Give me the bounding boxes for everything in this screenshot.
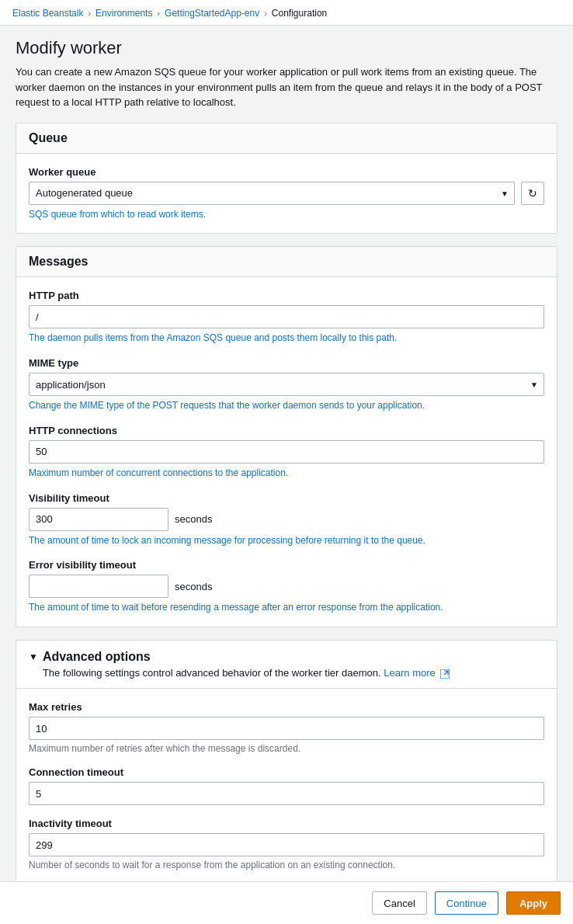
error-visibility-timeout-group: Error visibility timeout seconds The amo… (29, 559, 544, 614)
error-visibility-timeout-label: Error visibility timeout (29, 559, 544, 571)
intro-text: You can create a new Amazon SQS queue fo… (16, 64, 557, 110)
visibility-timeout-group: Visibility timeout seconds The amount of… (29, 492, 544, 547)
inactivity-timeout-input[interactable] (29, 833, 544, 856)
inactivity-timeout-group: Inactivity timeout Number of seconds to … (29, 818, 544, 870)
advanced-section-description: The following settings control advanced … (43, 667, 544, 679)
mime-type-select-wrapper: application/json application/x-www-form-… (29, 373, 544, 396)
queue-section-title: Queue (29, 131, 544, 145)
advanced-toggle-icon[interactable]: ▼ (29, 651, 38, 662)
worker-queue-select[interactable]: Autogenerated queue (29, 182, 515, 205)
apply-button[interactable]: Apply (506, 891, 561, 915)
continue-button[interactable]: Continue (435, 891, 498, 915)
breadcrumb-sep-3: › (264, 9, 267, 18)
max-retries-label: Max retries (29, 701, 544, 713)
breadcrumb-sep-1: › (88, 9, 91, 18)
mime-type-help: Change the MIME type of the POST request… (29, 399, 544, 412)
worker-queue-help: SQS queue from which to read work items. (29, 208, 544, 221)
max-retries-help: Maximum number of retries after which th… (29, 743, 544, 754)
error-visibility-timeout-suffix: seconds (175, 581, 212, 592)
messages-section: Messages HTTP path The daemon pulls item… (16, 246, 557, 627)
max-retries-input[interactable] (29, 717, 544, 740)
breadcrumb-environments[interactable]: Environments (96, 8, 152, 19)
http-path-label: HTTP path (29, 290, 544, 301)
error-visibility-timeout-row: seconds (29, 575, 544, 598)
http-path-help: The daemon pulls items from the Amazon S… (29, 332, 544, 345)
error-visibility-timeout-input[interactable] (29, 575, 168, 598)
refresh-button[interactable]: ↻ (521, 182, 544, 205)
mime-type-group: MIME type application/json application/x… (29, 357, 544, 412)
http-connections-input[interactable] (29, 440, 544, 464)
http-path-input[interactable] (29, 305, 544, 328)
breadcrumb-app-env[interactable]: GettingStartedApp-env (165, 8, 259, 19)
worker-queue-label: Worker queue (29, 166, 544, 178)
advanced-section-title: Advanced options (43, 650, 544, 664)
cancel-button[interactable]: Cancel (372, 891, 426, 915)
breadcrumb: Elastic Beanstalk › Environments › Getti… (0, 0, 573, 26)
external-link-icon (440, 669, 450, 679)
learn-more-link[interactable]: Learn more (384, 667, 435, 679)
messages-section-title: Messages (29, 255, 544, 269)
connection-timeout-label: Connection timeout (29, 766, 544, 778)
http-connections-help: Maximum number of concurrent connections… (29, 467, 544, 480)
queue-section-header: Queue (16, 123, 557, 154)
error-visibility-timeout-help: The amount of time to wait before resend… (29, 601, 544, 614)
inactivity-timeout-help: Number of seconds to wait for a response… (29, 860, 544, 870)
worker-queue-row: Autogenerated queue ▼ ↻ (29, 182, 544, 205)
connection-timeout-group: Connection timeout (29, 766, 544, 805)
http-path-group: HTTP path The daemon pulls items from th… (29, 290, 544, 345)
messages-section-header: Messages (16, 247, 557, 277)
page-title: Modify worker (16, 38, 557, 58)
worker-queue-group: Worker queue Autogenerated queue ▼ ↻ SQS… (29, 166, 544, 221)
worker-queue-select-wrapper: Autogenerated queue ▼ (29, 182, 515, 205)
breadcrumb-elastic-beanstalk[interactable]: Elastic Beanstalk (12, 8, 83, 19)
visibility-timeout-help: The amount of time to lock an incoming m… (29, 534, 544, 547)
visibility-timeout-input[interactable] (29, 508, 168, 531)
queue-section: Queue Worker queue Autogenerated queue ▼… (16, 123, 557, 234)
http-connections-label: HTTP connections (29, 425, 544, 436)
footer-bar: Cancel Continue Apply (0, 881, 573, 924)
visibility-timeout-label: Visibility timeout (29, 492, 544, 504)
mime-type-select[interactable]: application/json application/x-www-form-… (29, 373, 544, 396)
breadcrumb-configuration: Configuration (272, 8, 327, 19)
visibility-timeout-row: seconds (29, 508, 544, 531)
breadcrumb-sep-2: › (157, 9, 160, 18)
mime-type-label: MIME type (29, 357, 544, 369)
max-retries-group: Max retries Maximum number of retries af… (29, 701, 544, 754)
messages-section-body: HTTP path The daemon pulls items from th… (16, 277, 557, 627)
visibility-timeout-suffix: seconds (175, 513, 212, 525)
queue-section-body: Worker queue Autogenerated queue ▼ ↻ SQS… (16, 154, 557, 234)
inactivity-timeout-label: Inactivity timeout (29, 818, 544, 829)
http-connections-group: HTTP connections Maximum number of concu… (29, 425, 544, 480)
advanced-header-content: Advanced options The following settings … (43, 650, 544, 679)
connection-timeout-input[interactable] (29, 782, 544, 805)
advanced-section-header: ▼ Advanced options The following setting… (16, 641, 557, 689)
